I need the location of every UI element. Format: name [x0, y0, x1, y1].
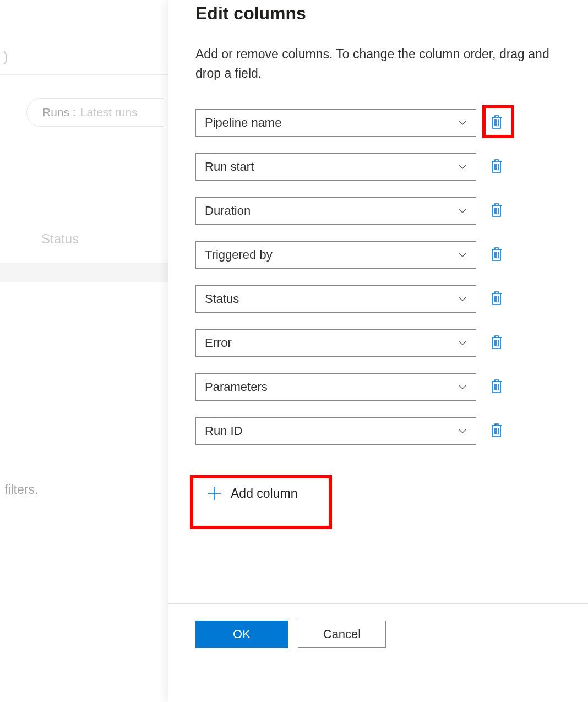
delete-column-button[interactable]	[488, 246, 505, 264]
trash-icon	[490, 202, 503, 220]
column-dropdown-label: Error	[205, 336, 232, 350]
column-dropdown[interactable]: Triggered by	[195, 241, 476, 269]
panel-title: Edit columns	[195, 3, 560, 24]
column-dropdown[interactable]: Error	[195, 329, 476, 357]
column-dropdown-label: Triggered by	[205, 248, 273, 262]
chevron-down-icon	[457, 382, 468, 393]
delete-column-button[interactable]	[488, 290, 505, 308]
column-dropdown-label: Run ID	[205, 424, 242, 438]
column-dropdown-label: Pipeline name	[205, 116, 281, 130]
trash-icon	[490, 246, 503, 264]
column-row: Duration	[195, 197, 560, 225]
column-row: Triggered by	[195, 241, 560, 269]
runs-filter-value: Latest runs	[80, 106, 138, 119]
ok-button[interactable]: OK	[195, 621, 288, 648]
edit-columns-panel: Edit columns Add or remove columns. To c…	[168, 0, 588, 702]
column-dropdown-label: Duration	[205, 204, 251, 218]
trash-icon	[490, 334, 503, 352]
column-dropdown-label: Status	[205, 292, 239, 306]
row-highlight	[0, 263, 168, 282]
column-dropdown[interactable]: Run ID	[195, 417, 476, 445]
filters-text: filters.	[4, 482, 38, 497]
add-column-label: Add column	[231, 486, 297, 501]
column-row: Parameters	[195, 373, 560, 401]
column-dropdown-label: Run start	[205, 160, 254, 174]
runs-filter-label: Runs :	[42, 106, 76, 119]
chevron-down-icon	[457, 117, 468, 128]
column-dropdown[interactable]: Pipeline name	[195, 109, 476, 137]
delete-column-button[interactable]	[488, 378, 505, 396]
column-dropdown[interactable]: Duration	[195, 197, 476, 225]
status-column-header: Status	[41, 231, 79, 247]
column-row: Error	[195, 329, 560, 357]
column-row: Pipeline name	[195, 109, 560, 137]
columns-list: Pipeline nameRun startDurationTriggered …	[195, 109, 560, 445]
chevron-down-icon	[457, 161, 468, 172]
column-row: Run ID	[195, 417, 560, 445]
cancel-button[interactable]: Cancel	[298, 621, 386, 648]
chevron-down-icon	[457, 205, 468, 216]
trash-icon	[490, 422, 503, 440]
background-overlay: ) Runs : Latest runs Status filters.	[0, 0, 168, 702]
trash-icon	[490, 114, 503, 132]
chevron-down-icon	[457, 249, 468, 260]
trash-icon	[490, 158, 503, 176]
column-dropdown-label: Parameters	[205, 380, 268, 394]
column-dropdown[interactable]: Parameters	[195, 373, 476, 401]
runs-filter-pill[interactable]: Runs : Latest runs	[26, 98, 164, 127]
column-dropdown[interactable]: Run start	[195, 153, 476, 181]
add-column-button[interactable]: Add column	[195, 476, 308, 511]
trash-icon	[490, 290, 503, 308]
chevron-down-icon	[457, 293, 468, 304]
delete-column-button[interactable]	[488, 202, 505, 220]
column-row: Status	[195, 285, 560, 313]
column-dropdown[interactable]: Status	[195, 285, 476, 313]
delete-column-button[interactable]	[488, 422, 505, 440]
delete-column-button[interactable]	[488, 157, 505, 176]
paren-text: )	[3, 48, 8, 66]
divider	[0, 74, 168, 75]
chevron-down-icon	[457, 426, 468, 437]
trash-icon	[490, 378, 503, 396]
chevron-down-icon	[457, 338, 468, 349]
delete-column-button[interactable]	[488, 334, 505, 352]
panel-footer: OK Cancel	[168, 603, 588, 665]
panel-description: Add or remove columns. To change the col…	[195, 45, 560, 83]
delete-column-button[interactable]	[488, 113, 505, 132]
column-row: Run start	[195, 153, 560, 181]
plus-icon	[206, 486, 222, 501]
